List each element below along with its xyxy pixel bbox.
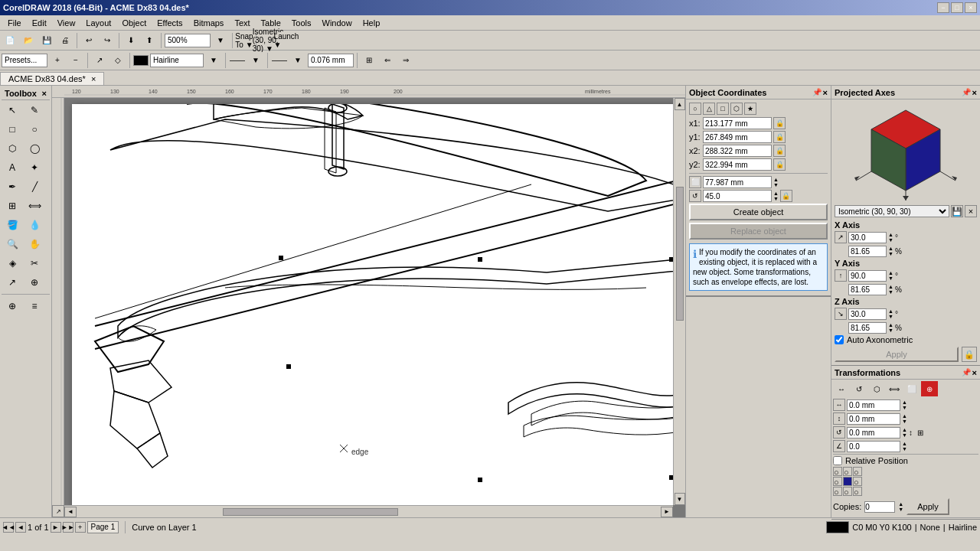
rectangle-tool[interactable]: □	[2, 120, 23, 139]
scroll-thumb-v[interactable]	[676, 187, 684, 321]
scroll-right-btn[interactable]: ►	[661, 507, 673, 517]
scroll-up-btn[interactable]: ▲	[675, 98, 685, 110]
y2-input[interactable]	[703, 158, 772, 171]
polygon-tool[interactable]: ⬡	[2, 139, 23, 158]
x2-input[interactable]	[703, 145, 772, 157]
pos-bc[interactable]: ○	[843, 487, 852, 496]
next-page-btn2[interactable]: ►►	[63, 522, 74, 533]
export-btn[interactable]: ⬆	[141, 32, 158, 49]
scroll-left-btn[interactable]: ◄	[64, 507, 77, 517]
line-tool[interactable]: ╱	[24, 178, 45, 196]
obj-coords-header[interactable]: Object Coordinates 📌 ×	[686, 86, 831, 99]
y1-lock[interactable]: 🔒	[773, 131, 786, 143]
x1-input[interactable]	[703, 117, 772, 129]
zoom-tool[interactable]: 🔍	[2, 235, 23, 253]
transform-mirror-tab[interactable]: ⟺	[886, 381, 903, 396]
freehand-tool[interactable]: ✎	[24, 101, 45, 119]
fill-tool[interactable]: 🪣	[2, 216, 23, 234]
connector-tool[interactable]: ⊞	[2, 197, 23, 215]
zoom-input[interactable]	[165, 34, 211, 47]
node-options[interactable]: ⊞	[361, 52, 377, 69]
create-object-btn[interactable]: Create object	[689, 204, 828, 220]
line-width[interactable]: ——	[271, 52, 288, 69]
pos-x-input[interactable]	[847, 399, 900, 411]
x2-lock[interactable]: 🔒	[773, 145, 786, 157]
circle-tool[interactable]: ◯	[24, 139, 45, 158]
new-btn[interactable]: 📄	[2, 32, 18, 49]
page-tab[interactable]: Page 1	[87, 521, 119, 533]
z-angle1-spinner[interactable]: ▲▼	[888, 308, 893, 319]
menu-bitmaps[interactable]: Bitmaps	[189, 17, 229, 29]
height-spinner[interactable]: ▲ ▼	[773, 191, 779, 201]
select-tool[interactable]: ↖	[2, 101, 23, 119]
width-spinner[interactable]: ▲ ▼	[773, 177, 779, 187]
y1-input[interactable]	[703, 131, 772, 143]
copies-spinner[interactable]: ▲▼	[898, 501, 903, 512]
zoom-dropdown[interactable]: ▼	[212, 32, 229, 49]
pos-y-input[interactable]	[847, 413, 900, 425]
pan-tool[interactable]: ✋	[24, 235, 45, 253]
menu-file[interactable]: File	[3, 17, 26, 29]
doc-tab[interactable]: ACME Dx83 04.des* ×	[0, 72, 104, 85]
coord-icon-5[interactable]: ★	[744, 103, 756, 115]
y-scale-input[interactable]	[848, 284, 887, 295]
next-page-btn[interactable]: ►	[51, 522, 61, 533]
menu-help[interactable]: Help	[358, 17, 385, 29]
scroll-down-btn[interactable]: ▼	[675, 493, 685, 505]
y-scale-spinner[interactable]: ▲▼	[888, 284, 893, 295]
menu-window[interactable]: Window	[318, 17, 357, 29]
axes-close[interactable]: ×	[972, 88, 977, 97]
dimension-tool[interactable]: ⟺	[24, 197, 45, 215]
z-angle1-input[interactable]	[848, 308, 887, 320]
print-btn[interactable]: 🖨	[57, 32, 74, 49]
pos-tr[interactable]: ○	[853, 467, 862, 476]
transform-rotate-tab[interactable]: ↺	[851, 381, 867, 396]
rot-input[interactable]	[847, 427, 900, 439]
toolbox-close[interactable]: ×	[42, 89, 47, 98]
pos-x-spinner[interactable]: ▲▼	[902, 399, 907, 410]
menu-layout[interactable]: Layout	[81, 17, 116, 29]
add-page-btn[interactable]: +	[75, 522, 86, 533]
pos-mc[interactable]	[843, 477, 852, 486]
text-tool[interactable]: A	[2, 158, 23, 177]
width-input[interactable]	[703, 176, 772, 188]
save-btn[interactable]: 💾	[38, 32, 55, 49]
menu-tools[interactable]: Tools	[287, 17, 316, 29]
x-angle1-spinner[interactable]: ▲▼	[888, 232, 893, 243]
star-tool[interactable]: ✦	[24, 158, 45, 177]
close-button[interactable]: ×	[965, 2, 977, 13]
copies-input[interactable]	[864, 501, 895, 513]
transform-scale-tab[interactable]: ⬡	[868, 381, 885, 396]
nav-corner[interactable]: ↗	[52, 505, 64, 517]
extra-tool[interactable]: ≡	[24, 297, 45, 315]
transform-position-tab[interactable]: ↔	[833, 381, 850, 396]
redo-btn[interactable]: ↪	[99, 32, 116, 49]
transform-skew-tab[interactable]: ⊕	[921, 381, 938, 396]
presets-input[interactable]	[2, 54, 47, 67]
transform-close[interactable]: ×	[972, 368, 977, 377]
obj-coords-close[interactable]: ×	[823, 88, 828, 97]
v-scrollbar[interactable]: ▲ ▼	[673, 98, 685, 505]
node-edit-tool[interactable]: ↗	[2, 273, 23, 292]
menu-effects[interactable]: Effects	[152, 17, 187, 29]
prev-page-btn[interactable]: ◄◄	[3, 522, 14, 533]
pos-ml[interactable]: ○	[833, 477, 842, 486]
scroll-thumb-h[interactable]	[223, 508, 398, 516]
preset-del[interactable]: ×	[965, 205, 977, 217]
undo-btn[interactable]: ↩	[80, 32, 97, 49]
axes-lock-btn[interactable]: 🔒	[962, 347, 977, 362]
coord-icon-3[interactable]: □	[717, 103, 729, 115]
y-angle1-spinner[interactable]: ▲▼	[888, 270, 893, 281]
pos-y-spinner[interactable]: ▲▼	[902, 413, 907, 424]
y2-lock[interactable]: 🔒	[773, 158, 786, 171]
maximize-button[interactable]: □	[951, 2, 963, 13]
minimize-button[interactable]: −	[937, 2, 949, 13]
x-scale-spinner[interactable]: ▲▼	[888, 246, 893, 256]
lock-aspect[interactable]: 🔒	[780, 190, 792, 202]
transform-header[interactable]: Transformations 📌 ×	[831, 366, 980, 380]
coord-icon-1[interactable]: ○	[689, 103, 701, 115]
color-swatch[interactable]	[133, 55, 149, 66]
transform-apply-btn[interactable]: Apply	[906, 498, 949, 515]
coord-icon-2[interactable]: △	[703, 103, 715, 115]
pos-br[interactable]: ○	[853, 487, 862, 496]
